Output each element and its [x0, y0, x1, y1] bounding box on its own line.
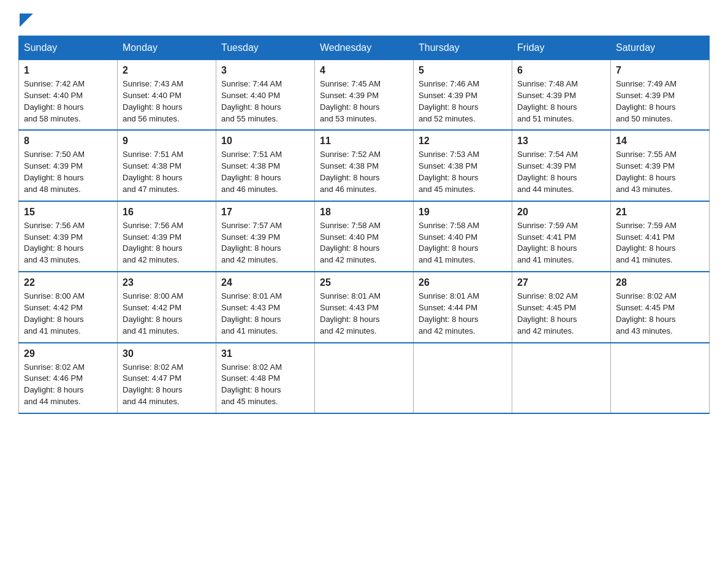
- day-number: 13: [517, 136, 605, 147]
- day-info: Sunrise: 7:58 AMSunset: 4:40 PMDaylight:…: [320, 220, 408, 266]
- day-number: 24: [221, 277, 309, 288]
- day-number: 4: [320, 65, 408, 76]
- day-number: 7: [616, 65, 704, 76]
- calendar-week-4: 22Sunrise: 8:00 AMSunset: 4:42 PMDayligh…: [19, 272, 710, 342]
- day-info: Sunrise: 7:59 AMSunset: 4:41 PMDaylight:…: [517, 220, 605, 266]
- calendar-cell: 5Sunrise: 7:46 AMSunset: 4:39 PMDaylight…: [414, 60, 512, 131]
- header-monday: Monday: [118, 36, 216, 60]
- day-info: Sunrise: 7:54 AMSunset: 4:39 PMDaylight:…: [517, 149, 605, 195]
- day-number: 26: [419, 277, 507, 288]
- svg-marker-0: [20, 13, 33, 27]
- day-info: Sunrise: 7:50 AMSunset: 4:39 PMDaylight:…: [24, 149, 112, 195]
- calendar-cell: 23Sunrise: 8:00 AMSunset: 4:42 PMDayligh…: [118, 272, 216, 342]
- day-info: Sunrise: 8:02 AMSunset: 4:45 PMDaylight:…: [517, 291, 605, 337]
- calendar-cell: [315, 343, 414, 413]
- logo-arrow-icon: [20, 13, 33, 27]
- day-info: Sunrise: 8:02 AMSunset: 4:48 PMDaylight:…: [221, 362, 309, 408]
- calendar-week-1: 1Sunrise: 7:42 AMSunset: 4:40 PMDaylight…: [19, 60, 710, 131]
- calendar-cell: 27Sunrise: 8:02 AMSunset: 4:45 PMDayligh…: [512, 272, 611, 342]
- calendar-week-2: 8Sunrise: 7:50 AMSunset: 4:39 PMDaylight…: [19, 130, 710, 201]
- day-info: Sunrise: 7:57 AMSunset: 4:39 PMDaylight:…: [221, 220, 309, 266]
- day-info: Sunrise: 7:58 AMSunset: 4:40 PMDaylight:…: [419, 220, 507, 266]
- header-tuesday: Tuesday: [216, 36, 315, 60]
- calendar-cell: [512, 343, 611, 413]
- day-number: 11: [320, 136, 408, 147]
- day-info: Sunrise: 8:02 AMSunset: 4:45 PMDaylight:…: [616, 291, 704, 337]
- day-number: 22: [24, 277, 112, 288]
- day-info: Sunrise: 8:02 AMSunset: 4:47 PMDaylight:…: [123, 362, 211, 408]
- day-number: 19: [419, 207, 507, 218]
- day-number: 16: [123, 207, 211, 218]
- day-info: Sunrise: 7:59 AMSunset: 4:41 PMDaylight:…: [616, 220, 704, 266]
- day-number: 31: [221, 348, 309, 359]
- day-number: 15: [24, 207, 112, 218]
- calendar-cell: 7Sunrise: 7:49 AMSunset: 4:39 PMDaylight…: [611, 60, 710, 131]
- day-info: Sunrise: 8:02 AMSunset: 4:46 PMDaylight:…: [24, 362, 112, 408]
- calendar-cell: 31Sunrise: 8:02 AMSunset: 4:48 PMDayligh…: [216, 343, 315, 413]
- day-info: Sunrise: 7:46 AMSunset: 4:39 PMDaylight:…: [419, 79, 507, 124]
- day-number: 8: [24, 136, 112, 147]
- calendar-cell: 8Sunrise: 7:50 AMSunset: 4:39 PMDaylight…: [19, 130, 118, 201]
- day-number: 28: [616, 277, 704, 288]
- day-info: Sunrise: 7:49 AMSunset: 4:39 PMDaylight:…: [616, 79, 704, 124]
- calendar-cell: 28Sunrise: 8:02 AMSunset: 4:45 PMDayligh…: [611, 272, 710, 342]
- day-number: 21: [616, 207, 704, 218]
- calendar-cell: 10Sunrise: 7:51 AMSunset: 4:38 PMDayligh…: [216, 130, 315, 201]
- calendar-cell: 26Sunrise: 8:01 AMSunset: 4:44 PMDayligh…: [414, 272, 512, 342]
- calendar-cell: 16Sunrise: 7:56 AMSunset: 4:39 PMDayligh…: [118, 201, 216, 272]
- day-info: Sunrise: 7:53 AMSunset: 4:38 PMDaylight:…: [419, 149, 507, 195]
- header-wednesday: Wednesday: [315, 36, 414, 60]
- day-number: 18: [320, 207, 408, 218]
- day-number: 1: [24, 65, 112, 76]
- calendar-cell: 6Sunrise: 7:48 AMSunset: 4:39 PMDaylight…: [512, 60, 611, 131]
- header-friday: Friday: [512, 36, 611, 60]
- calendar-cell: 18Sunrise: 7:58 AMSunset: 4:40 PMDayligh…: [315, 201, 414, 272]
- day-number: 27: [517, 277, 605, 288]
- day-info: Sunrise: 7:45 AMSunset: 4:39 PMDaylight:…: [320, 79, 408, 124]
- day-info: Sunrise: 8:00 AMSunset: 4:42 PMDaylight:…: [24, 291, 112, 337]
- day-info: Sunrise: 7:56 AMSunset: 4:39 PMDaylight:…: [123, 220, 211, 266]
- day-number: 9: [123, 136, 211, 147]
- calendar-cell: 14Sunrise: 7:55 AMSunset: 4:39 PMDayligh…: [611, 130, 710, 201]
- calendar-cell: 19Sunrise: 7:58 AMSunset: 4:40 PMDayligh…: [414, 201, 512, 272]
- day-number: 2: [123, 65, 211, 76]
- day-info: Sunrise: 7:48 AMSunset: 4:39 PMDaylight:…: [517, 79, 605, 124]
- day-number: 14: [616, 136, 704, 147]
- day-info: Sunrise: 7:56 AMSunset: 4:39 PMDaylight:…: [24, 220, 112, 266]
- day-number: 30: [123, 348, 211, 359]
- day-number: 20: [517, 207, 605, 218]
- day-number: 23: [123, 277, 211, 288]
- calendar-cell: 30Sunrise: 8:02 AMSunset: 4:47 PMDayligh…: [118, 343, 216, 413]
- day-number: 6: [517, 65, 605, 76]
- calendar-cell: 12Sunrise: 7:53 AMSunset: 4:38 PMDayligh…: [414, 130, 512, 201]
- day-number: 3: [221, 65, 309, 76]
- calendar-cell: 29Sunrise: 8:02 AMSunset: 4:46 PMDayligh…: [19, 343, 118, 413]
- logo: [18, 12, 33, 23]
- day-number: 29: [24, 348, 112, 359]
- day-number: 12: [419, 136, 507, 147]
- calendar-table: SundayMondayTuesdayWednesdayThursdayFrid…: [18, 36, 710, 414]
- calendar-cell: 15Sunrise: 7:56 AMSunset: 4:39 PMDayligh…: [19, 201, 118, 272]
- page-header: [18, 12, 710, 23]
- day-info: Sunrise: 7:44 AMSunset: 4:40 PMDaylight:…: [221, 79, 309, 124]
- header-thursday: Thursday: [414, 36, 512, 60]
- header-saturday: Saturday: [611, 36, 710, 60]
- day-info: Sunrise: 7:51 AMSunset: 4:38 PMDaylight:…: [221, 149, 309, 195]
- calendar-header-row: SundayMondayTuesdayWednesdayThursdayFrid…: [19, 36, 710, 60]
- calendar-cell: 24Sunrise: 8:01 AMSunset: 4:43 PMDayligh…: [216, 272, 315, 342]
- calendar-cell: 9Sunrise: 7:51 AMSunset: 4:38 PMDaylight…: [118, 130, 216, 201]
- day-info: Sunrise: 8:00 AMSunset: 4:42 PMDaylight:…: [123, 291, 211, 337]
- header-sunday: Sunday: [19, 36, 118, 60]
- calendar-cell: [611, 343, 710, 413]
- day-info: Sunrise: 7:55 AMSunset: 4:39 PMDaylight:…: [616, 149, 704, 195]
- day-info: Sunrise: 7:51 AMSunset: 4:38 PMDaylight:…: [123, 149, 211, 195]
- day-number: 17: [221, 207, 309, 218]
- day-number: 10: [221, 136, 309, 147]
- calendar-cell: 1Sunrise: 7:42 AMSunset: 4:40 PMDaylight…: [19, 60, 118, 131]
- calendar-cell: 13Sunrise: 7:54 AMSunset: 4:39 PMDayligh…: [512, 130, 611, 201]
- calendar-cell: 11Sunrise: 7:52 AMSunset: 4:38 PMDayligh…: [315, 130, 414, 201]
- calendar-cell: 3Sunrise: 7:44 AMSunset: 4:40 PMDaylight…: [216, 60, 315, 131]
- calendar-week-5: 29Sunrise: 8:02 AMSunset: 4:46 PMDayligh…: [19, 343, 710, 413]
- calendar-cell: 20Sunrise: 7:59 AMSunset: 4:41 PMDayligh…: [512, 201, 611, 272]
- calendar-week-3: 15Sunrise: 7:56 AMSunset: 4:39 PMDayligh…: [19, 201, 710, 272]
